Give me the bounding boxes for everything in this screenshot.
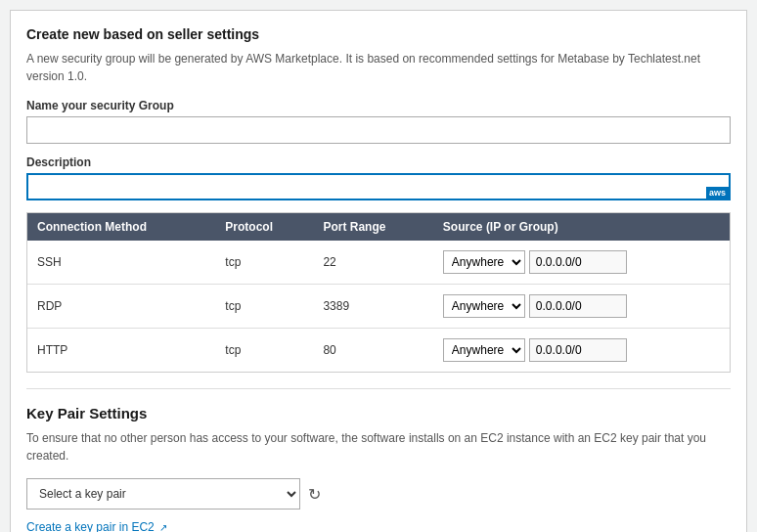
source-cell: Anywhere bbox=[443, 338, 720, 362]
cell-port: 80 bbox=[313, 329, 432, 373]
name-label: Name your security Group bbox=[26, 99, 731, 112]
key-pair-title: Key Pair Settings bbox=[26, 405, 731, 421]
key-pair-select[interactable]: Select a key pair bbox=[26, 478, 300, 510]
cell-protocol: tcp bbox=[215, 285, 313, 329]
source-cell: Anywhere bbox=[443, 250, 720, 274]
cell-port: 3389 bbox=[313, 285, 432, 329]
create-link-row: Create a key pair in EC2 ↗ bbox=[26, 519, 731, 532]
source-ip-input-0[interactable] bbox=[529, 250, 627, 274]
table-row: RDPtcp3389Anywhere bbox=[27, 285, 730, 329]
cell-source: Anywhere bbox=[433, 285, 730, 329]
table-row: SSHtcp22Anywhere bbox=[27, 241, 730, 285]
source-select-2[interactable]: Anywhere bbox=[443, 338, 525, 362]
external-link-icon: ↗ bbox=[159, 522, 167, 532]
key-pair-select-row: Select a key pair ↻ bbox=[26, 478, 731, 510]
cell-method: HTTP bbox=[27, 329, 215, 373]
cell-source: Anywhere bbox=[433, 329, 730, 373]
key-pair-desc: To ensure that no other person has acces… bbox=[26, 429, 731, 465]
cell-port: 22 bbox=[313, 241, 432, 285]
name-input-wrapper bbox=[26, 116, 731, 144]
cell-source: Anywhere bbox=[433, 241, 730, 285]
table-header-row: Connection Method Protocol Port Range So… bbox=[27, 213, 730, 241]
col-header-protocol: Protocol bbox=[215, 213, 313, 241]
col-header-port: Port Range bbox=[313, 213, 432, 241]
source-cell: Anywhere bbox=[443, 294, 720, 318]
description-label: Description bbox=[26, 155, 731, 169]
security-group-table: Connection Method Protocol Port Range So… bbox=[27, 213, 730, 372]
description-input-wrapper: aws bbox=[26, 173, 731, 200]
main-panel: Create new based on seller settings A ne… bbox=[10, 10, 747, 532]
source-ip-input-2[interactable] bbox=[529, 338, 627, 362]
refresh-icon[interactable]: ↻ bbox=[308, 485, 321, 504]
create-key-pair-link-text: Create a key pair in EC2 bbox=[26, 520, 155, 532]
section-divider bbox=[26, 388, 731, 389]
col-header-source: Source (IP or Group) bbox=[433, 213, 730, 241]
section-title: Create new based on seller settings bbox=[26, 26, 731, 42]
create-key-pair-link[interactable]: Create a key pair in EC2 ↗ bbox=[26, 520, 167, 532]
description-badge: aws bbox=[706, 187, 729, 199]
source-ip-input-1[interactable] bbox=[529, 294, 627, 318]
security-group-table-container: Connection Method Protocol Port Range So… bbox=[26, 212, 731, 373]
table-row: HTTPtcp80Anywhere bbox=[27, 329, 730, 373]
source-select-0[interactable]: Anywhere bbox=[443, 250, 525, 274]
section-desc: A new security group will be generated b… bbox=[26, 50, 731, 85]
col-header-method: Connection Method bbox=[27, 213, 215, 241]
description-input[interactable] bbox=[26, 173, 731, 200]
cell-method: SSH bbox=[27, 241, 215, 285]
name-input[interactable] bbox=[26, 116, 731, 144]
source-select-1[interactable]: Anywhere bbox=[443, 294, 525, 318]
cell-protocol: tcp bbox=[215, 329, 313, 373]
cell-protocol: tcp bbox=[215, 241, 313, 285]
cell-method: RDP bbox=[27, 285, 215, 329]
